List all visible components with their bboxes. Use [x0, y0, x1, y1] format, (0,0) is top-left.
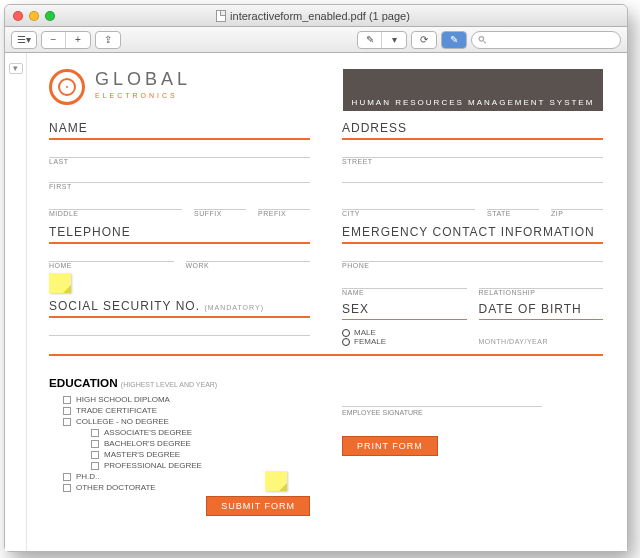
- home-phone-input[interactable]: [49, 252, 174, 262]
- edu-master-checkbox[interactable]: MASTER'S DEGREE: [91, 450, 310, 459]
- zip-input[interactable]: [551, 200, 603, 210]
- dob-input[interactable]: MONTH/DAY/YEAR: [479, 338, 604, 345]
- sidebar-toggle-button[interactable]: ☰▾: [12, 32, 36, 48]
- telephone-section: TELEPHONE HOME WORK: [49, 225, 310, 293]
- annotate-button[interactable]: ✎: [358, 32, 382, 48]
- work-phone-input[interactable]: [186, 252, 311, 262]
- close-window-button[interactable]: [13, 11, 23, 21]
- pdf-file-icon: [216, 10, 226, 22]
- sex-section: SEX MALE FEMALE: [342, 302, 467, 346]
- zoom-window-button[interactable]: [45, 11, 55, 21]
- sticky-note-icon[interactable]: [49, 273, 71, 293]
- edu-associate-checkbox[interactable]: ASSOCIATE'S DEGREE: [91, 428, 310, 437]
- company-logo-icon: [49, 69, 85, 105]
- page-thumbnail-gutter: ▾: [5, 53, 27, 551]
- search-field[interactable]: [471, 31, 621, 49]
- address-section: ADDRESS STREET CITY STATE ZIP: [342, 121, 603, 217]
- city-input[interactable]: [342, 200, 475, 210]
- edu-college-nd-checkbox[interactable]: COLLEGE - NO DEGREE: [63, 417, 310, 426]
- edu-trade-checkbox[interactable]: TRADE CERTIFICATE: [63, 406, 310, 415]
- sex-male-radio[interactable]: MALE: [342, 328, 467, 337]
- emergency-contact-section: EMERGENCY CONTACT INFORMATION PHONE NAME…: [342, 225, 603, 296]
- edu-bachelor-checkbox[interactable]: BACHELOR'S DEGREE: [91, 439, 310, 448]
- minimize-window-button[interactable]: [29, 11, 39, 21]
- signature-field[interactable]: EMPLOYEE SIGNATURE: [342, 406, 542, 416]
- pdf-page: GLOBAL ELECTRONICS HUMAN RESOURCES MANAG…: [35, 59, 617, 541]
- zoom-out-button[interactable]: −: [42, 32, 66, 48]
- search-input[interactable]: [491, 34, 614, 45]
- search-icon: [478, 35, 487, 45]
- svg-point-0: [479, 36, 484, 41]
- submit-form-button[interactable]: SUBMIT FORM: [206, 496, 310, 516]
- state-input[interactable]: [487, 200, 539, 210]
- street-input[interactable]: [342, 148, 603, 158]
- svg-line-1: [484, 41, 486, 43]
- share-button[interactable]: ⇪: [96, 32, 120, 48]
- ec-phone-input[interactable]: [342, 252, 603, 262]
- ssn-input[interactable]: [49, 326, 310, 336]
- system-title-banner: HUMAN RESOURCES MANAGEMENT SYSTEM: [343, 69, 603, 111]
- first-name-input[interactable]: [49, 173, 310, 183]
- sex-female-radio[interactable]: FEMALE: [342, 337, 467, 346]
- edu-hs-checkbox[interactable]: HIGH SCHOOL DIPLOMA: [63, 395, 310, 404]
- name-section: NAME LAST FIRST MIDDLE SUFFIX PREFIX: [49, 121, 310, 217]
- dob-section: DATE OF BIRTH MONTH/DAY/YEAR: [479, 302, 604, 346]
- titlebar: interactiveform_enabled.pdf (1 page): [5, 5, 627, 27]
- toolbar: ☰▾ − + ⇪ ✎ ▾ ⟳ ✎: [5, 27, 627, 53]
- rotate-button[interactable]: ⟳: [412, 32, 436, 48]
- thumbnail-icon[interactable]: ▾: [9, 63, 23, 74]
- sticky-note-icon[interactable]: [265, 471, 287, 491]
- print-form-button[interactable]: PRINT FORM: [342, 436, 438, 456]
- education-section: EDUCATION (HIGHEST LEVEL AND YEAR) HIGH …: [49, 376, 310, 516]
- markup-toggle-button[interactable]: ✎: [442, 32, 466, 48]
- suffix-input[interactable]: [194, 200, 246, 210]
- ec-name-input[interactable]: [342, 279, 467, 289]
- annotate-menu-button[interactable]: ▾: [382, 32, 406, 48]
- middle-name-input[interactable]: [49, 200, 182, 210]
- company-name: GLOBAL ELECTRONICS: [95, 69, 191, 99]
- prefix-input[interactable]: [258, 200, 310, 210]
- last-name-input[interactable]: [49, 148, 310, 158]
- ec-rel-input[interactable]: [479, 279, 604, 289]
- pdf-preview-window: interactiveform_enabled.pdf (1 page) ☰▾ …: [4, 4, 628, 552]
- zoom-in-button[interactable]: +: [66, 32, 90, 48]
- ssn-section: SOCIAL SECURITY NO. (MANDATORY): [49, 299, 310, 336]
- window-title: interactiveform_enabled.pdf (1 page): [230, 10, 410, 22]
